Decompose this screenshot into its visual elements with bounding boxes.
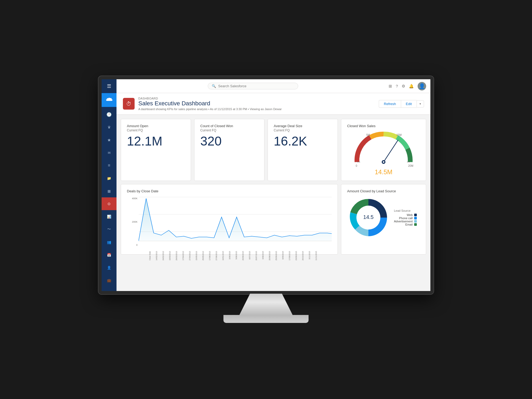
dashboard-header: ⏱ DASHBOARD Sales Executive Dashboard A …	[117, 93, 430, 115]
nav-icons: ⊞ ? ⚙ 🔔 👤	[389, 82, 426, 90]
kpi-title-closed-won: Count of Closed Won	[200, 124, 258, 128]
gauge-container: 0 20M 5M 15M	[347, 130, 420, 176]
sidebar-item-dashboard[interactable]: ⊙	[102, 197, 117, 210]
edit-button[interactable]: Edit	[401, 100, 417, 108]
donut-card: Amount Closed by Lead Source	[341, 184, 426, 255]
subtitle-text: A dashboard showing KPIs for sales pipel…	[138, 107, 207, 111]
donut-content: 14.5 Lead Source Web	[347, 196, 420, 239]
dropdown-button[interactable]: ▾	[417, 100, 424, 107]
refresh-button[interactable]: Refresh	[379, 100, 401, 108]
sidebar-item-activity[interactable]: 〜	[102, 223, 117, 236]
apps-grid-icon[interactable]: ⊞	[389, 84, 392, 89]
sidebar-item-reports[interactable]: 📊	[102, 210, 117, 223]
x-axis-labels: Close Date 14/02/2013 24/02/2013 19/03/2…	[139, 247, 332, 264]
dashboard-actions: Refresh Edit ▾	[379, 100, 424, 108]
legend-dot-web	[414, 214, 417, 216]
sidebar: ☰ 🕐 ♛ ★	[102, 79, 117, 291]
sidebar-item-favorites[interactable]: ♛	[102, 121, 117, 134]
svg-text:27/06/2013: 27/06/2013	[215, 251, 217, 260]
y-axis: 400K 200K 0	[127, 196, 139, 252]
legend-dot-phone	[414, 217, 417, 219]
search-input[interactable]	[218, 84, 294, 88]
dashboard-header-left: ⏱ DASHBOARD Sales Executive Dashboard A …	[123, 97, 282, 111]
svg-text:10/01/2015: 10/01/2015	[222, 251, 224, 260]
chat-icon: ✉	[108, 151, 111, 155]
svg-text:17/06/2013: 17/06/2013	[209, 251, 211, 260]
sidebar-item-calendar[interactable]: 📅	[102, 248, 117, 261]
hamburger-button[interactable]: ☰	[102, 79, 117, 93]
kpi-subtitle-avg-deal: Current FQ	[274, 128, 332, 132]
monitor-stand	[239, 294, 293, 315]
chart-area: 400K 200K 0	[127, 196, 332, 252]
sidebar-item-list[interactable]: ≡	[102, 159, 117, 172]
as-of-text: As of 11/12/2015 at 3:30 PM	[210, 107, 247, 111]
legend-label-ad: Advertisement	[394, 220, 413, 223]
settings-icon[interactable]: ⚙	[402, 84, 405, 89]
svg-text:20/07/2015: 20/07/2015	[255, 251, 257, 260]
svg-point-9	[383, 161, 384, 163]
legend-title: Lead Source	[394, 209, 417, 212]
svg-text:15/05/2013: 15/05/2013	[196, 251, 197, 260]
monitor-base	[223, 315, 309, 323]
y-tick-400k: 400K	[132, 197, 138, 200]
top-navigation: 🔍 ⊞ ? ⚙ 🔔 👤	[117, 79, 430, 93]
gauge-value: 14.5M	[375, 168, 393, 176]
svg-text:8/07/2015: 8/07/2015	[249, 251, 251, 259]
clock-icon: 🕐	[106, 112, 112, 117]
dashboard-subtitle: A dashboard showing KPIs for sales pipel…	[138, 107, 282, 111]
sidebar-item-starred[interactable]: ★	[102, 134, 117, 146]
y-tick-0: 0	[136, 244, 138, 246]
dashboard-title-block: DASHBOARD Sales Executive Dashboard A da…	[138, 97, 282, 111]
legend-label-email: Email	[405, 223, 413, 226]
app-container: ☰ 🕐 ♛ ★	[102, 79, 430, 291]
contacts-icon: 👥	[107, 240, 111, 244]
avatar[interactable]: 👤	[418, 82, 426, 90]
page-title: Sales Executive Dashboard	[138, 100, 282, 107]
kpi-value-avg-deal: 16.2K	[274, 135, 332, 148]
separator2: •	[248, 107, 250, 111]
sidebar-item-apps[interactable]: ▦	[102, 185, 117, 197]
star-icon: ★	[107, 138, 111, 143]
donut-title: Amount Closed by Lead Source	[347, 189, 420, 193]
grid-icon: ▦	[107, 189, 111, 193]
kpi-subtitle-closed-won: Current FQ	[200, 128, 258, 132]
kpi-card-amount-open: Amount Open Current FQ 12.1M	[121, 119, 191, 181]
sidebar-item-users[interactable]: 👤	[102, 261, 117, 274]
svg-text:3/06/2015: 3/06/2015	[229, 251, 231, 259]
briefcase-icon: 💼	[107, 279, 111, 282]
kpi-subtitle-amount-open: Current FQ	[127, 128, 185, 132]
svg-text:20/06/2015: 20/06/2015	[242, 251, 244, 260]
sidebar-item-recent[interactable]: 🕐	[102, 108, 117, 121]
folder-icon: 📁	[107, 176, 111, 180]
svg-text:27/04/2013: 27/04/2013	[189, 251, 191, 260]
user-icon: 👤	[107, 266, 111, 270]
salesforce-logo[interactable]	[102, 93, 117, 107]
sidebar-item-contacts[interactable]: 👥	[102, 236, 117, 248]
help-icon[interactable]: ?	[396, 84, 398, 88]
svg-text:15M: 15M	[396, 134, 401, 136]
legend-item-ad: Advertisement	[394, 220, 417, 223]
avatar-image: 👤	[419, 83, 425, 89]
search-bar: 🔍	[121, 83, 385, 89]
search-input-wrapper[interactable]: 🔍	[208, 83, 298, 89]
svg-text:5/06/2015: 5/06/2015	[235, 251, 237, 259]
svg-text:14/02/2013: 14/02/2013	[156, 251, 157, 260]
monitor-screen: ☰ 🕐 ♛ ★	[98, 76, 434, 294]
speedometer-icon: ⏱	[126, 101, 131, 107]
bar-chart-icon: 📊	[107, 215, 111, 219]
wave-icon: 〜	[107, 227, 111, 232]
salesforce-cloud-icon	[105, 97, 113, 103]
sidebar-item-files[interactable]: 📁	[102, 172, 117, 185]
kpi-title-avg-deal: Average Deal Size	[274, 124, 332, 128]
legend-label-phone: Phone call	[399, 217, 413, 220]
sidebar-item-opportunities[interactable]: 💼	[102, 274, 117, 287]
svg-text:8/09/2015: 8/09/2015	[282, 251, 284, 259]
donut-legend: Lead Source Web Phone call	[394, 209, 417, 226]
notifications-icon[interactable]: 🔔	[409, 84, 414, 89]
svg-text:Close Date: Close Date	[149, 251, 151, 260]
main-area: 🔍 ⊞ ? ⚙ 🔔 👤	[117, 79, 430, 291]
legend-item-web: Web	[394, 213, 417, 217]
svg-text:19/03/2013: 19/03/2013	[169, 251, 171, 260]
svg-text:25/09/2015: 25/09/2015	[275, 251, 277, 260]
sidebar-item-chatter[interactable]: ✉	[102, 146, 117, 159]
